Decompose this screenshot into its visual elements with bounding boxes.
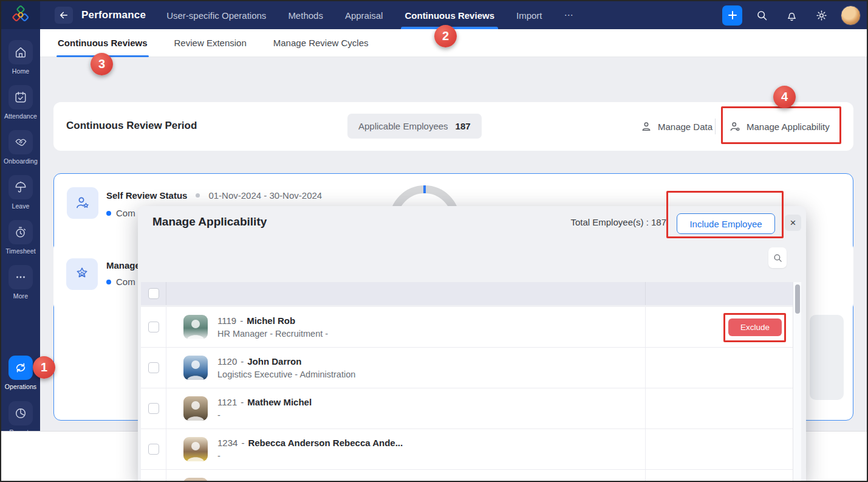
manage-applicability-modal: Manage Applicability Total Employee(s) :… (138, 206, 806, 482)
employee-name: Rebecca Anderson Rebecca Ande... (248, 438, 403, 448)
umbrella-icon (14, 181, 27, 194)
back-button[interactable] (55, 7, 73, 24)
step-badge-1: 1 (33, 356, 55, 379)
chip-label: Applicable Employees (358, 121, 448, 131)
employee-id: 1119 (217, 315, 236, 326)
self-review-icon-box (67, 187, 98, 219)
modal-scrollbar-track[interactable] (793, 282, 801, 482)
timer-icon (14, 226, 27, 239)
row-checkbox[interactable] (148, 362, 159, 373)
modal-search-button[interactable] (768, 247, 787, 268)
row-checkbox[interactable] (148, 403, 159, 414)
step-badge-3: 3 (91, 53, 113, 75)
employee-row-michel-rob[interactable]: 1119-Michel Rob HR Manager - Recruitment… (141, 307, 793, 348)
app-logo[interactable] (1, 1, 40, 29)
home-icon (14, 46, 27, 59)
settings-button[interactable] (811, 5, 832, 26)
employee-name: John Darron (247, 356, 301, 367)
sidebar-item-reports[interactable]: Reports (1, 401, 40, 431)
search-icon (756, 9, 768, 22)
page-title: Performance (81, 9, 146, 21)
notifications-button[interactable] (781, 5, 802, 26)
employee-subtitle: - (217, 451, 403, 461)
top-navbar: Performance User-specific Operations Met… (1, 1, 868, 29)
employee-avatar (183, 437, 208, 461)
period-card-title: Continuous Review Period (66, 120, 197, 132)
select-all-checkbox[interactable] (148, 288, 159, 299)
placeholder-panel (810, 315, 844, 400)
employee-subtitle: HR Manager - Recruitment - (217, 329, 328, 339)
search-button[interactable] (751, 5, 772, 26)
annotation-rect-exclude (723, 313, 786, 342)
employee-subtitle: - (217, 410, 312, 420)
employee-avatar (183, 478, 208, 482)
employee-avatar (183, 396, 208, 421)
bell-icon (785, 9, 798, 22)
tab-user-specific-operations[interactable]: User-specific Operations (166, 1, 266, 29)
arrow-left-icon (58, 10, 69, 21)
manage-data-button[interactable]: Manage Data (640, 102, 713, 151)
divider (715, 119, 716, 134)
action-column-header (645, 282, 793, 305)
row-checkbox[interactable] (148, 322, 159, 332)
sidebar-item-home[interactable]: Home (1, 40, 40, 75)
self-review-status-text: Com (116, 208, 135, 218)
dash: - (241, 356, 244, 367)
row-checkbox[interactable] (148, 444, 159, 455)
employee-row-jacob-sanders[interactable]: 1236-Jacob Sanders (141, 470, 793, 482)
self-review-status-line: Com (106, 208, 135, 218)
employee-table-header (141, 282, 793, 305)
step-badge-2: 2 (434, 25, 457, 47)
add-button[interactable] (722, 5, 742, 26)
employee-avatar (183, 356, 208, 380)
status-dot (106, 280, 111, 284)
tab-continuous-reviews[interactable]: Continuous Reviews (405, 1, 494, 29)
tab-more-options[interactable]: ⋯ (564, 1, 573, 29)
manage-review-status-text: Com (116, 277, 135, 287)
employee-subtitle: Logistics Executive - Administration (217, 370, 355, 379)
handshake-icon (14, 136, 27, 149)
manage-review-icon-box (66, 258, 98, 290)
modal-title: Manage Applicability (152, 215, 267, 229)
annotation-rect-include-employee (666, 191, 784, 238)
employee-row-rebecca-anderson[interactable]: 1234-Rebecca Anderson Rebecca Ande... - (141, 429, 793, 470)
user-avatar[interactable] (841, 5, 861, 26)
manage-review-title: Manage (106, 260, 140, 270)
tab-appraisal[interactable]: Appraisal (345, 1, 383, 29)
tab-import[interactable]: Import (516, 1, 542, 29)
sidebar-item-attendance[interactable]: Attendance (1, 85, 40, 120)
employee-name: Michel Rob (247, 315, 295, 326)
status-dot (106, 211, 111, 216)
sidebar-item-onboarding[interactable]: Onboarding (1, 130, 40, 165)
employee-row-mathew-michel[interactable]: 1121-Mathew Michel - (141, 388, 793, 429)
modal-scrollbar-thumb[interactable] (795, 284, 800, 314)
tab-methods[interactable]: Methods (288, 1, 323, 29)
person-star-icon (74, 195, 91, 212)
employee-row-john-darron[interactable]: 1120-John Darron Logistics Executive - A… (141, 348, 793, 388)
calendar-check-icon (14, 91, 27, 104)
annotation-rect-manage-applicability (721, 106, 841, 144)
employee-id: 1234 (217, 438, 238, 448)
pie-chart-icon (14, 407, 27, 420)
close-icon: × (790, 217, 796, 229)
employee-id: 1120 (217, 356, 237, 367)
sidebar-item-more[interactable]: More (1, 265, 40, 300)
sidebar-item-timesheet[interactable]: Timesheet (1, 220, 40, 255)
employee-column-header (166, 282, 645, 305)
subtab-manage-review-cycles[interactable]: Manage Review Cycles (273, 29, 369, 57)
employee-avatar (183, 315, 208, 339)
separator-dot (196, 193, 200, 198)
total-employees-label: Total Employee(s) : 187 (570, 217, 666, 227)
plus-icon (727, 10, 738, 21)
ellipsis-icon (14, 270, 27, 284)
gear-icon (815, 9, 828, 22)
subtab-review-extension[interactable]: Review Extension (174, 29, 247, 57)
sidebar-item-leave[interactable]: Leave (1, 175, 40, 210)
self-review-title: Self Review Status (106, 190, 187, 201)
zoho-people-logo-icon (12, 5, 30, 26)
dash: - (240, 315, 243, 326)
search-icon (773, 253, 783, 263)
modal-close-button[interactable]: × (785, 215, 801, 231)
employee-id: 1121 (217, 397, 237, 407)
operations-sync-icon (14, 361, 27, 374)
